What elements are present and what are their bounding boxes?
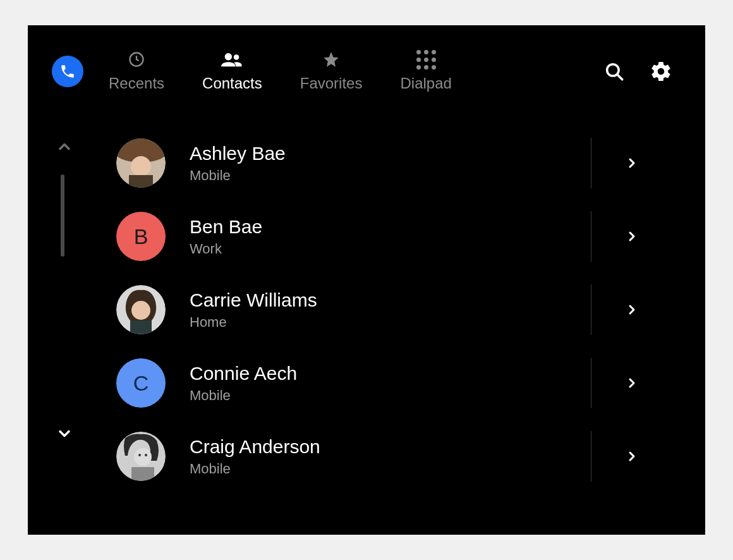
contact-name: Connie Aech bbox=[190, 362, 667, 385]
contact-name: Craig Anderson bbox=[190, 435, 667, 458]
row-divider bbox=[591, 211, 591, 262]
contact-row[interactable]: Craig Anderson Mobile bbox=[116, 420, 667, 493]
contact-text: Connie Aech Mobile bbox=[190, 362, 667, 404]
row-divider bbox=[591, 138, 591, 188]
tab-label: Favorites bbox=[300, 75, 363, 92]
avatar-initial: C bbox=[133, 371, 149, 396]
contact-name: Carrie Williams bbox=[190, 289, 667, 312]
chevron-right-icon bbox=[624, 375, 639, 391]
svg-point-15 bbox=[134, 448, 152, 466]
contact-detail-button[interactable] bbox=[624, 375, 639, 391]
contact-row[interactable]: Carrie Williams Home bbox=[116, 273, 667, 346]
tab-dialpad[interactable]: Dialpad bbox=[400, 51, 451, 92]
header-bar: Recents Contacts Favorites bbox=[28, 25, 705, 105]
contact-type: Mobile bbox=[190, 387, 667, 404]
chevron-right-icon bbox=[624, 155, 639, 171]
svg-point-16 bbox=[138, 454, 141, 456]
tab-bar: Recents Contacts Favorites bbox=[109, 51, 602, 92]
contact-text: Ben Bae Work bbox=[190, 216, 667, 257]
tab-label: Recents bbox=[109, 75, 164, 92]
chevron-up-icon bbox=[56, 138, 73, 155]
svg-point-7 bbox=[131, 156, 151, 176]
contact-detail-button[interactable] bbox=[624, 449, 639, 464]
contact-detail-button[interactable] bbox=[624, 229, 639, 244]
chevron-right-icon bbox=[624, 229, 639, 244]
contacts-list: Ashley Bae Mobile B Ben Bae Work bbox=[116, 126, 705, 535]
contact-type: Work bbox=[190, 241, 667, 257]
phone-icon bbox=[59, 63, 76, 80]
chevron-right-icon bbox=[624, 449, 639, 464]
svg-point-2 bbox=[234, 54, 239, 60]
scroll-column bbox=[28, 126, 116, 535]
contact-type: Mobile bbox=[190, 461, 667, 477]
contact-row[interactable]: Ashley Bae Mobile bbox=[116, 126, 667, 200]
settings-button[interactable] bbox=[648, 59, 674, 84]
contact-row[interactable]: C Connie Aech Mobile bbox=[116, 346, 667, 420]
contact-detail-button[interactable] bbox=[624, 302, 639, 317]
avatar: B bbox=[116, 212, 166, 261]
contact-row[interactable]: B Ben Bae Work bbox=[116, 200, 667, 273]
people-icon bbox=[221, 51, 243, 68]
contact-detail-button[interactable] bbox=[624, 155, 639, 171]
search-button[interactable] bbox=[602, 59, 627, 84]
avatar: C bbox=[116, 358, 166, 408]
contact-type: Mobile bbox=[190, 167, 667, 184]
contact-name: Ben Bae bbox=[190, 216, 667, 238]
contact-text: Craig Anderson Mobile bbox=[190, 435, 667, 477]
content-area: Ashley Bae Mobile B Ben Bae Work bbox=[28, 126, 705, 535]
clock-icon bbox=[128, 51, 145, 68]
chevron-right-icon bbox=[624, 302, 639, 317]
tab-label: Contacts bbox=[202, 75, 262, 92]
contact-type: Home bbox=[190, 314, 667, 331]
scroll-up-button[interactable] bbox=[56, 138, 73, 158]
svg-rect-12 bbox=[130, 320, 152, 334]
scroll-down-button[interactable] bbox=[56, 425, 73, 445]
scrollbar-thumb[interactable] bbox=[61, 174, 64, 257]
phone-app-button[interactable] bbox=[52, 56, 83, 87]
star-icon bbox=[322, 51, 340, 68]
avatar-initial: B bbox=[134, 224, 148, 249]
svg-rect-8 bbox=[129, 175, 153, 188]
chevron-down-icon bbox=[56, 425, 73, 442]
tab-favorites[interactable]: Favorites bbox=[300, 51, 363, 92]
contact-name: Ashley Bae bbox=[190, 142, 667, 165]
row-divider bbox=[591, 431, 591, 482]
dialer-contacts-screen: Recents Contacts Favorites bbox=[28, 25, 705, 535]
tab-contacts[interactable]: Contacts bbox=[202, 51, 262, 92]
svg-point-1 bbox=[225, 53, 232, 60]
row-divider bbox=[591, 284, 591, 335]
contact-text: Carrie Williams Home bbox=[190, 289, 667, 331]
tab-recents[interactable]: Recents bbox=[109, 51, 164, 92]
avatar bbox=[116, 432, 166, 481]
contact-text: Ashley Bae Mobile bbox=[190, 142, 667, 184]
avatar bbox=[116, 285, 166, 334]
svg-rect-18 bbox=[131, 467, 154, 481]
tab-label: Dialpad bbox=[400, 75, 451, 92]
svg-point-17 bbox=[145, 454, 147, 456]
header-actions bbox=[602, 59, 674, 84]
gear-icon bbox=[650, 60, 672, 83]
dialpad-icon bbox=[416, 51, 436, 68]
svg-point-11 bbox=[131, 301, 150, 320]
avatar bbox=[116, 138, 166, 188]
row-divider bbox=[591, 358, 591, 408]
search-icon bbox=[603, 61, 625, 82]
